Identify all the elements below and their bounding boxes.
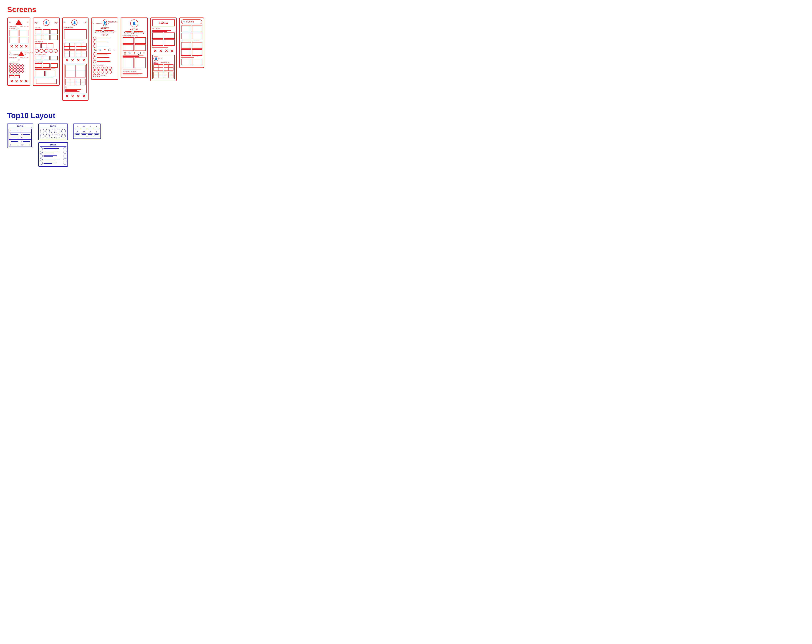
s5-home-icon[interactable]: 🏠 — [124, 52, 127, 55]
s5-action-icons: 🏠 🔍 📍 💬 ♡ — [123, 52, 146, 55]
screen-search: 🔍 SEARCH — [179, 17, 204, 68]
nav2-x-1: ✕ — [10, 79, 13, 84]
gallery-label: GALLERY — [64, 26, 73, 29]
nav4-x-1: ✕ — [65, 94, 69, 99]
most-recent-label: MOST RECENT ↓ — [9, 28, 19, 29]
list-item — [40, 162, 66, 165]
hash-cell: ≠≠ — [81, 125, 87, 129]
s5-chat-icon[interactable]: 💬 — [138, 52, 141, 55]
s5-portfolio-tab[interactable]: PORTFOLIO — [133, 31, 144, 34]
top10-section-title: Top10 Layout — [7, 111, 207, 120]
collection-label[interactable]: COLLECTION — [20, 26, 28, 27]
avatar-icon-s3 — [73, 21, 76, 24]
edit-pencil-icon[interactable]: ✏ — [106, 19, 107, 21]
top10-table: 1 2 3 4 5 6 7 8 9 10 — [9, 129, 32, 147]
hash-cell-2: ≠≠ — [81, 130, 87, 134]
search-grid-2 — [181, 42, 202, 56]
screen-home-feed: ✕ ✕ FAVOURITES COLLECTION MOST RECENT ↓ … — [7, 17, 31, 85]
s6-profile-panel: 👤 # # TOP 10 PORTFOLIO — [152, 55, 175, 79]
s5-search-icon[interactable]: 🔍 — [128, 52, 131, 55]
search-grid-3 — [181, 59, 202, 65]
s5-heart-icon[interactable]: ♡ — [143, 52, 145, 55]
screen-logo-status: LOGO ◎ 1:30 PM ✕ ✕ ✕ ✕ — [150, 17, 177, 81]
s5-location-icon[interactable]: 📍 — [133, 52, 136, 55]
s6-hash2: # — [161, 58, 162, 60]
gallery-lines — [64, 40, 87, 42]
hash-icon-r2c1: ≠ — [77, 130, 78, 133]
mentors-row — [35, 43, 58, 48]
logo-box: LOGO — [152, 20, 175, 26]
nav2-x-2: ✕ — [15, 79, 18, 84]
table-row: 5 6 — [9, 136, 32, 140]
gallery-panel2-nav: ✕ ✕ ✕ ✕ — [64, 94, 87, 99]
s2-hash-right: ≠≠ — [55, 21, 58, 24]
s6-top10-tab[interactable]: TOP 10 — [154, 62, 158, 64]
hash-icon-c4: ≠ — [96, 125, 97, 128]
list-item — [40, 154, 66, 157]
galleries-row — [9, 75, 28, 78]
s5-large-rects — [123, 58, 146, 68]
followers-label-s1: #≠ FOLLOWERS — [9, 52, 18, 55]
circles-grid-top — [40, 129, 66, 139]
works-for-sale-label: WORKS FOR SALE (5) — [123, 35, 146, 37]
close-x-icon[interactable]: ✕ — [85, 63, 88, 66]
s6-portfolio-tab[interactable]: PORTFOLIO — [161, 62, 169, 64]
home-icon[interactable]: 🏠 — [94, 49, 97, 51]
bottom-rects — [35, 71, 58, 76]
supported-by-label: SUPPORTED BY: — [93, 64, 116, 66]
s2-hash-left: ≠≠ — [35, 21, 38, 24]
gallery-main-image — [64, 29, 87, 39]
nav-x-4: ✕ — [24, 44, 27, 49]
nav3-x-4: ✕ — [82, 58, 85, 63]
nav3-x-2: ✕ — [71, 58, 74, 63]
top-ten-grid — [35, 29, 58, 40]
table-row: 1 2 — [9, 129, 32, 133]
hash-icon-r2c2: ≠≠ — [82, 130, 85, 133]
col-label2: COLLECTION — [20, 57, 28, 58]
hash-icon-left: ✕ — [9, 21, 11, 23]
see-all-label[interactable]: SEE ALL... — [101, 75, 108, 76]
hash-cell-2: ≠ — [87, 130, 93, 134]
s5-top10-tab[interactable]: TOP 10 — [124, 31, 132, 34]
s6-portfolio-grid — [154, 64, 174, 78]
search-bar[interactable]: 🔍 SEARCH — [181, 20, 202, 24]
s6-grid — [152, 32, 175, 46]
supporters-grid: SEE ALL... — [93, 67, 116, 77]
s6-x-2: ✕ — [159, 49, 162, 53]
top10-card2-header: TOP 10 — [40, 125, 66, 128]
action-icons-row: 🏠 🔍 📍 💬 ♡ — [93, 49, 116, 51]
top10-circles-grid-card: TOP 10 — [38, 124, 68, 140]
avatar-icon-s2 — [45, 21, 48, 24]
price-icon: $ — [65, 86, 85, 89]
top10-list-items — [40, 147, 66, 165]
heart2-icon[interactable]: ♡ — [113, 49, 115, 51]
top10-tab[interactable]: TOP 10 — [95, 31, 102, 33]
hash-cell: ≠ — [94, 125, 99, 129]
top10-circles-column: TOP 10 TOP 10 — [38, 124, 68, 167]
s6-tabs: TOP 10 PORTFOLIO — [154, 62, 174, 64]
hash-icon-r2c3: ≠ — [90, 130, 91, 133]
hash-icon-right: ✕ — [27, 21, 28, 23]
location-icon[interactable]: 📍 — [103, 49, 106, 51]
connections-grid — [35, 56, 58, 60]
time-label: 1:30 PM — [155, 27, 160, 29]
fav-label2: FAVOURITES — [9, 57, 17, 58]
upcoming-shows-label: UPCOMING SHOWS: — [123, 71, 146, 73]
s3-hash-right: ≠✕ — [84, 21, 87, 24]
chat-icon[interactable]: 💬 — [108, 49, 111, 51]
search-icon[interactable]: 🔍 — [99, 49, 102, 51]
hash-cell-2: ≠ — [75, 130, 80, 134]
top10-card4-header: TOP 10 — [40, 144, 66, 147]
gallery-bottom-x-nav: ✕ ✕ ✕ ✕ — [64, 58, 87, 63]
more-list — [93, 52, 116, 63]
search-glass-icon: 🔍 — [183, 21, 186, 23]
portfolio-tab[interactable]: PORTFOLIO — [103, 31, 114, 33]
nav-x-1: ✕ — [10, 44, 13, 49]
small-crosses — [65, 79, 85, 85]
wifi-icon: ◎ — [152, 27, 154, 29]
nav-x-3: ✕ — [20, 44, 23, 49]
favourites-label[interactable]: FAVOURITES — [9, 26, 17, 27]
nav4-x-2: ✕ — [71, 94, 74, 99]
table-row: 7 8 — [9, 140, 32, 143]
artist-header-s5: 👤 — [123, 20, 146, 27]
